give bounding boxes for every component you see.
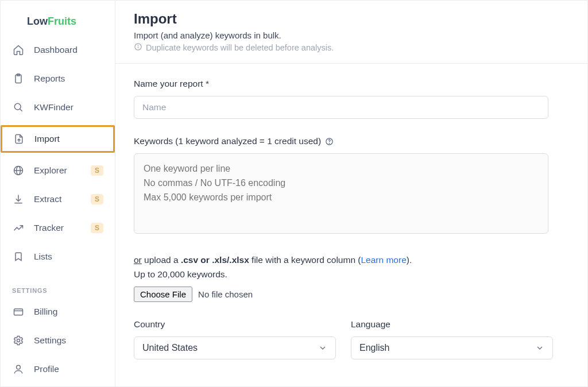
learn-more-link[interactable]: Learn more xyxy=(361,255,407,265)
language-value: English xyxy=(359,343,389,353)
upload-block: or upload a .csv or .xls/.xlsx file with… xyxy=(134,253,569,302)
sidebar-item-tracker[interactable]: Tracker S xyxy=(6,217,109,239)
trend-icon xyxy=(12,222,25,234)
file-import-icon xyxy=(13,133,25,145)
country-block: Country United States xyxy=(134,319,336,359)
keywords-field-label: Keywords (1 keyword analyzed = 1 credit … xyxy=(134,136,569,146)
language-select[interactable]: English xyxy=(351,336,553,359)
sidebar-item-label: Billing xyxy=(34,307,57,317)
upload-text3: ). xyxy=(407,255,412,265)
sidebar-item-label: Profile xyxy=(34,364,59,374)
sidebar-item-label: Reports xyxy=(34,73,65,84)
sidebar-item-dashboard[interactable]: Dashboard xyxy=(6,39,109,61)
upload-text2: file with a keyword column ( xyxy=(249,255,361,265)
keywords-label-text: Keywords (1 keyword analyzed = 1 credit … xyxy=(134,136,321,146)
chevron-down-icon xyxy=(318,343,327,353)
file-status: No file chosen xyxy=(198,289,253,299)
sidebar-item-label: KWFinder xyxy=(34,102,74,113)
header-note-text: Duplicate keywords will be deleted befor… xyxy=(146,43,334,52)
badge: S xyxy=(91,165,103,176)
upload-file-types: .csv or .xls/.xlsx xyxy=(181,255,249,265)
keywords-field-block: Keywords (1 keyword analyzed = 1 credit … xyxy=(134,136,569,236)
country-value: United States xyxy=(142,343,198,353)
sidebar-item-label: Extract xyxy=(34,194,61,204)
upload-text1: upload a xyxy=(142,255,181,265)
svg-rect-8 xyxy=(14,309,23,315)
page-header: Import Import (and analyze) keywords in … xyxy=(115,1,587,64)
sidebar-item-reports[interactable]: Reports xyxy=(6,68,109,90)
form-content: Name your report * Keywords (1 keyword a… xyxy=(115,64,587,359)
globe-icon xyxy=(12,164,25,177)
brand-logo: LowFruits xyxy=(1,11,115,37)
home-icon xyxy=(12,44,25,56)
settings-nav: Billing Settings Profile Websites xyxy=(1,299,115,387)
name-field-label: Name your report * xyxy=(134,79,569,89)
svg-point-11 xyxy=(17,365,21,369)
sidebar-item-label: Tracker xyxy=(34,223,64,233)
sidebar-item-lists[interactable]: Lists xyxy=(6,246,109,268)
gear-icon xyxy=(12,334,25,347)
sidebar-item-label: Explorer xyxy=(34,165,67,176)
svg-point-16 xyxy=(138,45,138,46)
help-icon[interactable] xyxy=(324,137,334,146)
header-note: Duplicate keywords will be deleted befor… xyxy=(134,42,569,53)
clipboard-icon xyxy=(12,72,25,85)
search-icon xyxy=(12,101,25,114)
settings-section-label: SETTINGS xyxy=(1,279,115,299)
user-icon xyxy=(12,363,25,376)
choose-file-button[interactable]: Choose File xyxy=(134,287,192,302)
svg-point-2 xyxy=(14,103,21,110)
language-label: Language xyxy=(351,319,553,330)
sidebar-item-label: Import xyxy=(34,134,60,144)
download-icon xyxy=(12,193,25,206)
badge: S xyxy=(91,194,103,204)
credit-card-icon xyxy=(12,305,25,318)
sidebar-item-settings[interactable]: Settings xyxy=(6,330,109,351)
svg-point-10 xyxy=(17,339,20,342)
file-row: Choose File No file chosen xyxy=(134,287,569,302)
country-select[interactable]: United States xyxy=(134,336,336,359)
info-icon xyxy=(134,42,142,53)
locale-row: Country United States Language English xyxy=(134,319,569,359)
name-field-block: Name your report * xyxy=(134,79,569,119)
badge: S xyxy=(91,223,103,233)
upload-or: or xyxy=(134,255,142,265)
page-title: Import xyxy=(134,11,569,27)
sidebar-item-label: Dashboard xyxy=(34,45,78,55)
chevron-down-icon xyxy=(535,343,544,353)
sidebar-item-extract[interactable]: Extract S xyxy=(6,188,109,210)
brand-part2: Fruits xyxy=(48,16,76,27)
sidebar-item-profile[interactable]: Profile xyxy=(6,358,109,380)
bookmark-icon xyxy=(12,250,25,263)
sidebar: LowFruits Dashboard Reports KWFinder xyxy=(1,1,115,386)
sidebar-item-billing[interactable]: Billing xyxy=(6,301,109,323)
country-label: Country xyxy=(134,319,336,330)
keywords-textarea[interactable] xyxy=(134,153,548,234)
brand-part1: Low xyxy=(27,16,48,27)
page-subtitle: Import (and analyze) keywords in bulk. xyxy=(134,30,569,40)
report-name-input[interactable] xyxy=(134,96,548,119)
upload-instructions: or upload a .csv or .xls/.xlsx file with… xyxy=(134,253,569,268)
language-block: Language English xyxy=(351,319,553,359)
svg-line-3 xyxy=(20,109,22,111)
upload-limit: Up to 20,000 keywords. xyxy=(134,268,569,282)
sidebar-item-explorer[interactable]: Explorer S xyxy=(6,160,109,181)
primary-nav: Dashboard Reports KWFinder Import xyxy=(1,37,115,274)
sidebar-item-import[interactable]: Import xyxy=(1,125,115,153)
svg-point-19 xyxy=(329,143,330,144)
sidebar-item-kwfinder[interactable]: KWFinder xyxy=(6,96,109,118)
sidebar-item-label: Settings xyxy=(34,335,66,346)
main-content: Import Import (and analyze) keywords in … xyxy=(115,1,587,386)
sidebar-item-label: Lists xyxy=(34,251,52,262)
